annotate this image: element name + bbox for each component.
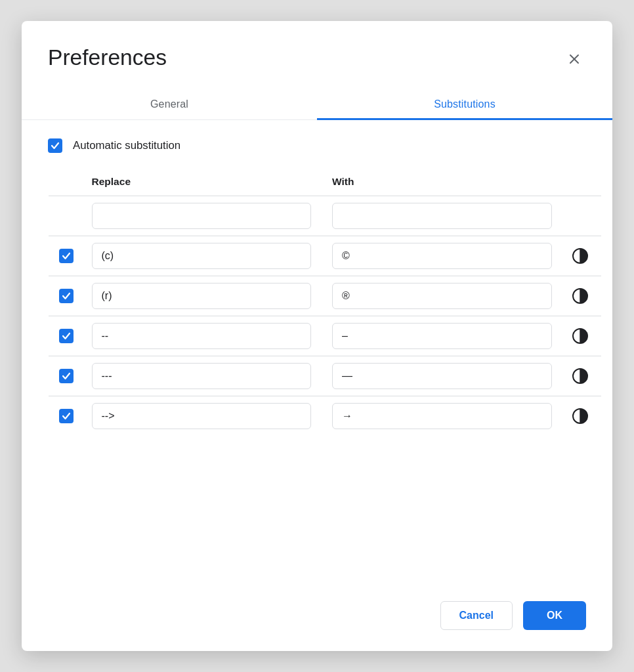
- row-with-cell: [322, 396, 562, 436]
- row-checkbox[interactable]: [59, 289, 74, 303]
- with-input[interactable]: [332, 283, 552, 309]
- tabs-bar: General Substitutions: [22, 89, 612, 120]
- row-checkbox-cell: [49, 276, 81, 316]
- checkmark-icon: [51, 141, 60, 150]
- close-icon: [568, 52, 581, 66]
- row-with-cell: [322, 356, 562, 396]
- row-replace-cell: [81, 236, 322, 276]
- replace-input[interactable]: [92, 323, 312, 349]
- edit-action-icon[interactable]: [570, 246, 590, 266]
- col-with-header: With: [322, 167, 562, 196]
- tab-general[interactable]: General: [22, 89, 317, 120]
- edit-action-icon[interactable]: [570, 366, 590, 386]
- row-replace-cell: [81, 276, 322, 316]
- row-replace-cell: [81, 396, 322, 436]
- table-row: [49, 356, 602, 396]
- replace-input[interactable]: [92, 243, 312, 269]
- col-replace-header: Replace: [81, 167, 322, 196]
- checkmark-icon: [62, 251, 71, 261]
- preferences-dialog: Preferences General Substitutions Automa…: [22, 21, 612, 651]
- row-with-cell: [322, 196, 562, 236]
- row-checkbox[interactable]: [59, 409, 74, 423]
- dialog-header: Preferences: [22, 21, 612, 71]
- close-button[interactable]: [562, 47, 586, 71]
- edit-action-icon[interactable]: [570, 326, 590, 346]
- table-header: Replace With: [49, 167, 602, 196]
- with-input[interactable]: [332, 323, 552, 349]
- dialog-footer: Cancel OK: [22, 585, 612, 651]
- table-row: [49, 316, 602, 356]
- with-input[interactable]: [332, 243, 552, 269]
- substitutions-scroll-area[interactable]: Replace With: [48, 166, 604, 585]
- row-with-cell: [322, 276, 562, 316]
- ok-button[interactable]: OK: [523, 601, 586, 630]
- row-checkbox-cell: [49, 196, 81, 236]
- with-input[interactable]: [332, 203, 552, 229]
- half-circle-icon: [571, 367, 589, 385]
- row-action-cell: [562, 276, 602, 316]
- checkmark-icon: [62, 331, 71, 341]
- half-circle-icon: [571, 287, 589, 305]
- checkmark-icon: [62, 411, 71, 421]
- checkmark-icon: [62, 371, 71, 381]
- half-circle-icon: [571, 407, 589, 425]
- substitutions-table: Replace With: [48, 166, 602, 436]
- half-circle-icon: [571, 327, 589, 345]
- edit-action-icon[interactable]: [570, 286, 590, 306]
- row-action-cell: [562, 236, 602, 276]
- row-checkbox-cell: [49, 316, 81, 356]
- half-circle-icon: [571, 247, 589, 265]
- auto-substitution-label: Automatic substitution: [73, 139, 180, 152]
- row-action-cell: [562, 316, 602, 356]
- row-action-cell: [562, 196, 602, 236]
- replace-input[interactable]: [92, 403, 312, 429]
- dialog-body: Automatic substitution Replace With: [22, 120, 612, 585]
- cancel-button[interactable]: Cancel: [440, 601, 513, 630]
- row-checkbox-cell: [49, 236, 81, 276]
- row-checkbox[interactable]: [59, 249, 74, 263]
- replace-input[interactable]: [92, 203, 312, 229]
- replace-input[interactable]: [92, 283, 312, 309]
- table-body: [49, 196, 602, 436]
- checkmark-icon: [62, 291, 71, 301]
- row-checkbox[interactable]: [59, 369, 74, 383]
- with-input[interactable]: [332, 403, 552, 429]
- col-action: [562, 167, 602, 196]
- table-row: [49, 196, 602, 236]
- row-with-cell: [322, 236, 562, 276]
- table-row: [49, 236, 602, 276]
- table-row: [49, 276, 602, 316]
- row-checkbox-cell: [49, 396, 81, 436]
- table-header-row: Replace With: [49, 167, 602, 196]
- row-replace-cell: [81, 316, 322, 356]
- auto-substitution-checkbox[interactable]: [48, 138, 62, 153]
- row-checkbox[interactable]: [59, 329, 74, 343]
- edit-action-icon[interactable]: [570, 406, 590, 426]
- row-checkbox-cell: [49, 356, 81, 396]
- replace-input[interactable]: [92, 363, 312, 389]
- dialog-title: Preferences: [48, 45, 167, 71]
- col-checkbox: [49, 167, 81, 196]
- table-row: [49, 396, 602, 436]
- row-replace-cell: [81, 356, 322, 396]
- row-action-cell: [562, 396, 602, 436]
- row-with-cell: [322, 316, 562, 356]
- with-input[interactable]: [332, 363, 552, 389]
- row-action-cell: [562, 356, 602, 396]
- tab-substitutions[interactable]: Substitutions: [317, 89, 612, 120]
- auto-substitution-row: Automatic substitution: [22, 138, 612, 153]
- row-replace-cell: [81, 196, 322, 236]
